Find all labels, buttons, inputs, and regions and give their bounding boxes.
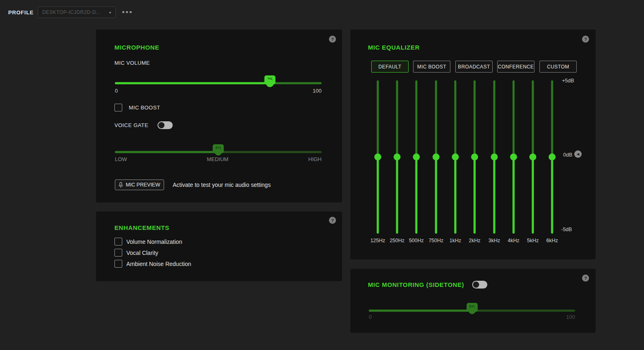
vocal-clarity-checkbox[interactable] [114, 249, 122, 257]
mic-boost-row: MIC BOOST [114, 104, 160, 111]
voice-gate-row: VOICE GATE [114, 121, 173, 129]
slider-handle[interactable] [549, 154, 556, 161]
slider-fill [474, 157, 476, 234]
enhancement-label: Ambient Noise Reduction [126, 261, 191, 267]
scale-min: 0 [369, 314, 372, 320]
preset-custom-button[interactable]: CUSTOM [539, 61, 577, 73]
help-icon[interactable]: ? [582, 36, 589, 43]
slider-handle[interactable] [452, 154, 459, 161]
eq-scale-bottom: -5dB [561, 227, 572, 232]
eq-band-slider-125hz[interactable] [374, 80, 382, 234]
slider-handle[interactable] [491, 154, 498, 161]
voice-gate-label: VOICE GATE [114, 122, 148, 128]
mic-monitoring-panel: ? MIC MONITORING (SIDETONE) 50 0 100 [350, 269, 596, 333]
mic-equalizer-panel: ? MIC EQUALIZER DEFAULT MIC BOOST BROADC… [350, 30, 596, 259]
eq-band-slider-5khz[interactable] [529, 80, 537, 234]
eq-band-slider-250hz[interactable] [393, 80, 401, 234]
mic-preview-label: MIC PREVIEW [126, 182, 160, 188]
help-icon[interactable]: ? [329, 217, 336, 224]
eq-scale-top: +5dB [562, 78, 574, 84]
eq-band-slider-1khz[interactable] [451, 80, 459, 234]
eq-reset-icon[interactable]: ◀ [574, 150, 582, 158]
profile-label: PROFILE [8, 9, 34, 16]
scale-medium: MEDIUM [207, 156, 228, 162]
chevron-down-icon: ▾ [109, 10, 111, 15]
enhancement-row: Ambient Noise Reduction [114, 260, 191, 268]
slider-fill [369, 310, 472, 312]
mic-monitoring-header: MIC MONITORING (SIDETONE) [368, 281, 487, 289]
slider-handle[interactable] [394, 154, 401, 161]
eq-scale-mid: 0dB [563, 152, 572, 158]
eq-band-label: 6kHz [540, 238, 564, 243]
slider-fill [454, 157, 457, 234]
microphone-icon [119, 182, 123, 188]
slider-fill [115, 82, 270, 84]
mic-monitoring-scale: 0 100 [369, 314, 575, 320]
slider-handle[interactable] [375, 154, 381, 161]
scale-min: 0 [115, 88, 118, 94]
profile-dropdown[interactable]: DESKTOP-ICJDR2D-D... ▾ [38, 7, 116, 18]
mic-volume-label: MIC VOLUME [114, 60, 150, 66]
enhancement-label: Vocal Clarity [126, 250, 158, 256]
preset-conference-button[interactable]: CONFERENCE [497, 61, 534, 73]
preset-mic-boost-button[interactable]: MIC BOOST [413, 61, 450, 73]
voice-gate-scale: LOW MEDIUM HIGH [115, 156, 322, 162]
slider-fill [416, 157, 418, 234]
slider-fill [377, 157, 379, 234]
top-bar: PROFILE DESKTOP-ICJDR2D-D... ▾ [0, 0, 644, 25]
ambient-noise-reduction-checkbox[interactable] [114, 260, 122, 268]
slider-handle[interactable] [413, 154, 420, 161]
eq-band-slider-3khz[interactable] [490, 80, 498, 234]
slider-fill [532, 157, 534, 234]
mic-preview-button[interactable]: MIC PREVIEW [115, 180, 164, 190]
slider-handle[interactable] [530, 154, 537, 161]
slider-handle[interactable] [510, 154, 517, 161]
toggle-knob [473, 282, 479, 288]
microphone-panel: ? MICROPHONE MIC VOLUME 75 0 100 MIC BOO… [96, 30, 342, 202]
eq-band-slider-2khz[interactable] [470, 80, 479, 234]
profile-dropdown-value: DESKTOP-ICJDR2D-D... [42, 9, 100, 15]
scale-low: LOW [115, 156, 127, 162]
mic-boost-label: MIC BOOST [129, 105, 160, 111]
slider-fill [435, 157, 437, 234]
enhancement-row: Vocal Clarity [114, 249, 158, 257]
slider-handle[interactable] [433, 154, 440, 161]
slider-fill [513, 157, 515, 234]
mic-monitoring-toggle[interactable] [472, 281, 487, 289]
slider-handle[interactable] [215, 149, 222, 156]
help-icon[interactable]: ? [582, 275, 589, 282]
slider-fill [396, 157, 398, 234]
toggle-knob [158, 122, 164, 128]
preset-default-button[interactable]: DEFAULT [371, 61, 409, 73]
slider-handle[interactable] [471, 154, 478, 161]
more-options-icon[interactable] [122, 11, 132, 13]
mic-monitoring-title: MIC MONITORING (SIDETONE) [368, 281, 464, 288]
eq-band-slider-6khz[interactable] [548, 80, 556, 234]
enhancements-panel: ? ENHANCEMENTS Volume Normalization Voca… [96, 211, 342, 281]
scale-high: HIGH [308, 156, 322, 162]
help-icon[interactable]: ? [329, 36, 336, 43]
volume-normalization-checkbox[interactable] [114, 238, 122, 245]
scale-max: 100 [566, 314, 575, 320]
slider-handle[interactable] [468, 307, 475, 314]
eq-band-slider-4khz[interactable] [509, 80, 518, 234]
voice-gate-toggle[interactable] [158, 121, 173, 129]
mic-preview-hint: Activate to test your mic audio settings [173, 182, 271, 188]
slider-fill [551, 157, 553, 234]
enhancement-row: Volume Normalization [114, 238, 182, 245]
slider-fill [115, 151, 218, 153]
slider-handle[interactable] [266, 80, 274, 87]
mic-equalizer-title: MIC EQUALIZER [368, 44, 420, 51]
enhancement-label: Volume Normalization [126, 239, 182, 245]
slider-fill [493, 157, 496, 234]
mic-volume-scale: 0 100 [115, 88, 322, 94]
preset-broadcast-button[interactable]: BROADCAST [455, 61, 493, 73]
eq-band-slider-500hz[interactable] [412, 80, 420, 234]
mic-boost-checkbox[interactable] [114, 104, 122, 111]
microphone-title: MICROPHONE [114, 44, 159, 51]
scale-max: 100 [313, 88, 322, 94]
eq-band-slider-750hz[interactable] [432, 80, 440, 234]
enhancements-title: ENHANCEMENTS [114, 224, 169, 231]
